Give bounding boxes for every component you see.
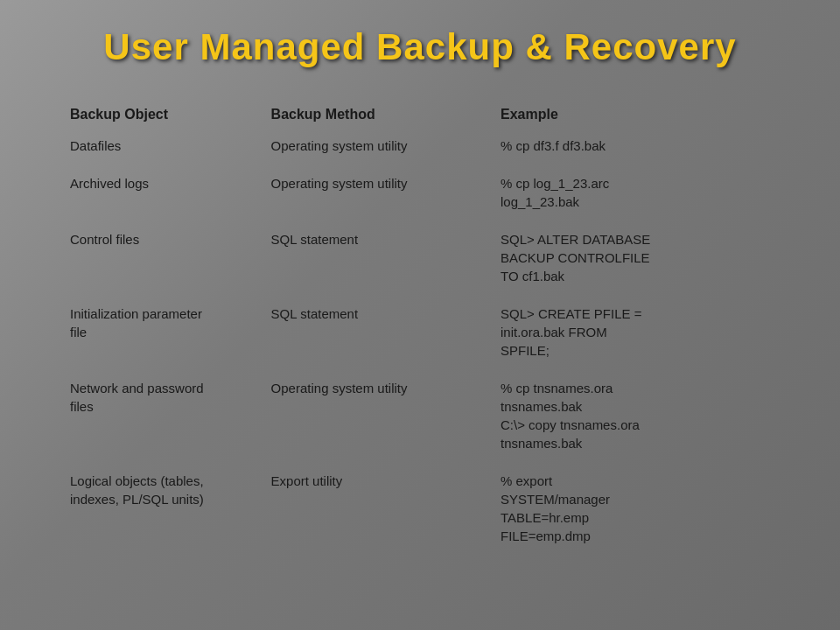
slide-title: User Managed Backup & Recovery <box>52 26 788 68</box>
table-row: Archived logsOperating system utility% c… <box>61 160 779 216</box>
table-row: DatafilesOperating system utility% cp df… <box>61 131 779 160</box>
header-method: Backup Method <box>262 103 492 131</box>
table-container: Backup Object Backup Method Example Data… <box>52 103 788 550</box>
backup-table: Backup Object Backup Method Example Data… <box>61 103 779 550</box>
cell-object-3: Initialization parameterfile <box>61 290 262 365</box>
cell-method-5: Export utility <box>262 458 492 550</box>
cell-object-2: Control files <box>61 216 262 290</box>
cell-method-3: SQL statement <box>262 290 492 365</box>
header-example: Example <box>492 103 779 131</box>
table-row: Initialization parameterfileSQL statemen… <box>61 290 779 365</box>
cell-method-0: Operating system utility <box>262 131 492 160</box>
table-row: Logical objects (tables,indexes, PL/SQL … <box>61 458 779 550</box>
slide: User Managed Backup & Recovery Backup Ob… <box>0 0 840 630</box>
table-row: Network and passwordfilesOperating syste… <box>61 365 779 458</box>
cell-object-4: Network and passwordfiles <box>61 365 262 458</box>
cell-example-4: % cp tnsnames.oratnsnames.bakC:\> copy t… <box>492 365 779 458</box>
cell-example-2: SQL> ALTER DATABASEBACKUP CONTROLFILETO … <box>492 216 779 290</box>
cell-method-1: Operating system utility <box>262 160 492 216</box>
cell-example-0: % cp df3.f df3.bak <box>492 131 779 160</box>
cell-example-3: SQL> CREATE PFILE =init.ora.bak FROMSPFI… <box>492 290 779 365</box>
cell-object-0: Datafiles <box>61 131 262 160</box>
cell-example-5: % exportSYSTEM/managerTABLE=hr.empFILE=e… <box>492 458 779 550</box>
cell-method-4: Operating system utility <box>262 365 492 458</box>
header-object: Backup Object <box>61 103 262 131</box>
cell-example-1: % cp log_1_23.arclog_1_23.bak <box>492 160 779 216</box>
cell-object-1: Archived logs <box>61 160 262 216</box>
cell-method-2: SQL statement <box>262 216 492 290</box>
table-row: Control filesSQL statementSQL> ALTER DAT… <box>61 216 779 290</box>
cell-object-5: Logical objects (tables,indexes, PL/SQL … <box>61 458 262 550</box>
